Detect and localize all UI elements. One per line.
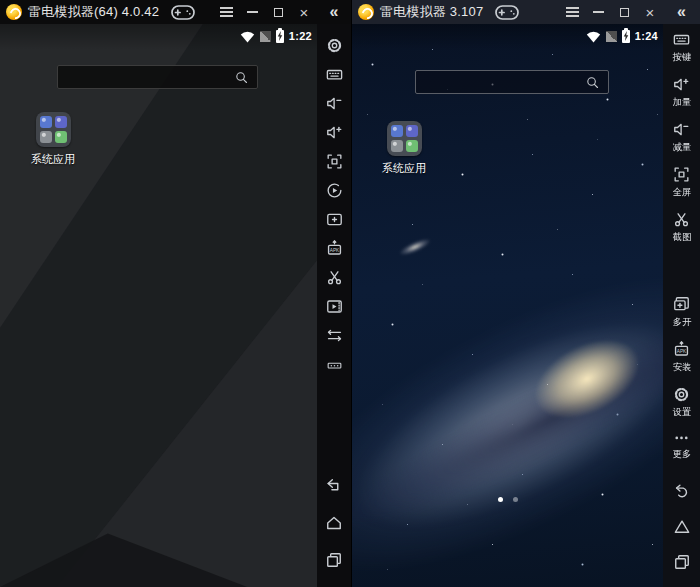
gamepad-icon[interactable]: [495, 5, 519, 20]
volume-down-icon: [325, 94, 344, 113]
android-screen-left[interactable]: 1:22 系统应用: [0, 24, 317, 587]
apk-install-button[interactable]: APK 安装: [663, 339, 700, 373]
video-record-icon: [325, 297, 344, 316]
app-label: 系统应用: [382, 161, 426, 176]
fullscreen-button[interactable]: [317, 147, 351, 176]
emulator-window-ldplayer3: 雷电模拟器 3.107 × «: [352, 0, 700, 587]
apk-install-button[interactable]: APK: [317, 234, 351, 263]
screenshot-button[interactable]: 截图: [663, 209, 700, 243]
search-bar[interactable]: [57, 65, 258, 89]
scissors-icon: [325, 268, 344, 287]
close-button[interactable]: ×: [637, 0, 663, 24]
app-system-apps[interactable]: 系统应用: [376, 121, 432, 176]
maximize-button[interactable]: [611, 0, 637, 24]
titlebar-left[interactable]: 雷电模拟器(64) 4.0.42 × «: [0, 0, 351, 24]
ldplayer-logo-icon: [358, 4, 374, 20]
wallpaper-dark-facets: [0, 24, 317, 587]
collapse-sidebar-button[interactable]: «: [663, 3, 700, 21]
search-bar[interactable]: [415, 70, 609, 94]
no-sim-icon: [260, 31, 271, 42]
ellipsis-icon: [325, 355, 344, 374]
multi-window-plus-icon: [672, 295, 691, 314]
collapse-sidebar-button[interactable]: «: [317, 3, 351, 21]
svg-text:APK: APK: [677, 349, 687, 354]
app-label: 系统应用: [31, 152, 75, 167]
volume-up-icon: [672, 75, 691, 94]
clock-text: 1:24: [635, 30, 658, 42]
back-icon: [324, 476, 344, 496]
titlebar-right[interactable]: 雷电模拟器 3.107 × «: [352, 0, 700, 24]
toolbar-right: 按键 加量 减量 全屏 截图: [663, 24, 700, 587]
nav-back-button[interactable]: [663, 474, 700, 509]
fullscreen-button[interactable]: 全屏: [663, 164, 700, 198]
nav-home-button[interactable]: [663, 509, 700, 544]
maximize-icon: [274, 8, 283, 17]
toolbar-left: APK: [317, 24, 351, 587]
window-plus-icon: [325, 210, 344, 229]
gear-icon: [325, 36, 344, 55]
record-play-icon: [325, 181, 344, 200]
recent-apps-icon: [324, 550, 344, 570]
volume-down-button[interactable]: [317, 89, 351, 118]
home-icon: [324, 513, 344, 533]
search-icon: [234, 70, 249, 85]
operation-record-button[interactable]: [317, 176, 351, 205]
status-bar-left: 1:22: [240, 27, 312, 45]
volume-down-button[interactable]: 减量: [663, 119, 700, 153]
window-title: 雷电模拟器 3.107: [380, 3, 483, 21]
multi-instance-button[interactable]: 多开: [663, 294, 700, 328]
wallpaper-galaxy: [352, 24, 663, 587]
home-page-indicator: [352, 497, 663, 502]
swap-arrows-icon: [325, 326, 344, 345]
search-icon: [585, 75, 600, 90]
hamburger-icon: [566, 7, 579, 17]
minimize-icon: [593, 11, 604, 13]
page-dot-inactive: [513, 497, 518, 502]
status-bar-right: 1:24: [586, 27, 658, 45]
fullscreen-icon: [325, 152, 344, 171]
hamburger-icon: [220, 7, 233, 17]
minimize-button[interactable]: [239, 0, 265, 24]
maximize-button[interactable]: [265, 0, 291, 24]
home-icon: [672, 517, 692, 537]
screenshot-button[interactable]: [317, 263, 351, 292]
keymap-button[interactable]: 按键: [663, 29, 700, 63]
desktop: 雷电模拟器(64) 4.0.42 × «: [0, 0, 700, 587]
settings-button[interactable]: [317, 31, 351, 60]
page-dot-active: [498, 497, 503, 502]
keyboard-icon: [672, 30, 691, 49]
shared-folder-button[interactable]: [317, 205, 351, 234]
scissors-icon: [672, 210, 691, 229]
menu-button[interactable]: [213, 0, 239, 24]
app-system-apps[interactable]: 系统应用: [25, 112, 81, 167]
screen-record-button[interactable]: [317, 292, 351, 321]
settings-button[interactable]: 设置: [663, 384, 700, 418]
more-button[interactable]: [317, 350, 351, 379]
back-icon: [672, 482, 692, 502]
volume-down-icon: [672, 120, 691, 139]
battery-icon: [622, 30, 630, 43]
system-apps-folder-icon: [36, 112, 71, 147]
close-button[interactable]: ×: [291, 0, 317, 24]
nav-recents-button[interactable]: [663, 544, 700, 579]
fullscreen-icon: [672, 165, 691, 184]
volume-up-button[interactable]: [317, 118, 351, 147]
volume-up-button[interactable]: 加量: [663, 74, 700, 108]
menu-button[interactable]: [559, 0, 585, 24]
volume-up-icon: [325, 123, 344, 142]
no-sim-icon: [606, 31, 617, 42]
system-apps-folder-icon: [387, 121, 422, 156]
sync-button[interactable]: [317, 321, 351, 350]
android-screen-right[interactable]: 1:24 系统应用: [352, 24, 663, 587]
wifi-icon: [586, 30, 601, 43]
minimize-button[interactable]: [585, 0, 611, 24]
apk-install-icon: APK: [672, 340, 691, 359]
nav-home-button[interactable]: [317, 504, 351, 541]
nav-recents-button[interactable]: [317, 541, 351, 578]
minimize-icon: [247, 11, 258, 13]
window-title: 雷电模拟器(64) 4.0.42: [28, 3, 159, 21]
nav-back-button[interactable]: [317, 467, 351, 504]
keymap-button[interactable]: [317, 60, 351, 89]
more-button[interactable]: 更多: [663, 429, 700, 463]
gamepad-icon[interactable]: [171, 5, 195, 20]
